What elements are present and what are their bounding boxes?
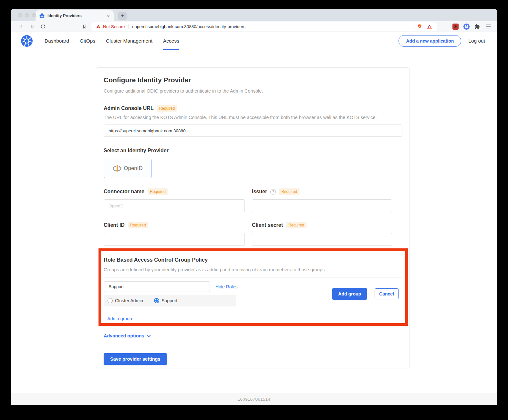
- advanced-options-link[interactable]: Advanced options: [104, 333, 144, 338]
- issuer-input[interactable]: [252, 199, 392, 212]
- nav-item-access[interactable]: Access: [163, 32, 179, 50]
- openid-logo-icon: [112, 165, 121, 173]
- required-badge: Required: [286, 222, 306, 228]
- group-editor: Hide Roles Cluster Admin Support: [104, 281, 402, 306]
- tab-strip: Identity Providers × +: [11, 9, 497, 21]
- help-icon[interactable]: ?: [270, 189, 276, 195]
- required-badge: Required: [279, 188, 299, 195]
- tab-close-button[interactable]: ×: [107, 13, 110, 19]
- connector-name-label: Connector name: [104, 189, 144, 195]
- reload-button[interactable]: [39, 23, 47, 30]
- openid-label: OpenID: [124, 165, 143, 172]
- client-id-label: Client ID: [104, 222, 125, 228]
- radio-option-support[interactable]: Support: [154, 298, 177, 303]
- browser-window: Identity Providers × +: [11, 9, 497, 405]
- group-name-input[interactable]: [104, 281, 210, 292]
- bug-glyph-icon: [454, 25, 458, 28]
- cancel-button[interactable]: Cancel: [375, 288, 399, 299]
- connector-name-input[interactable]: [104, 199, 245, 212]
- not-secure-label: Not Secure: [103, 24, 125, 29]
- identity-provider-card: Configure Identity Provider Configure ad…: [96, 67, 410, 368]
- traffic-lights: [18, 13, 36, 17]
- close-window-button[interactable]: [18, 13, 22, 17]
- divider: [104, 277, 402, 277]
- radio-unselected-icon: [108, 298, 113, 303]
- address-bar[interactable]: Not Secure superci.somebigbank.com:30880…: [91, 22, 437, 31]
- kubernetes-logo-icon[interactable]: [21, 35, 33, 47]
- url-host: superci.somebigbank.com: [132, 24, 183, 29]
- new-tab-button[interactable]: +: [118, 12, 127, 20]
- brave-shield-icon[interactable]: [417, 24, 422, 30]
- radio-label-support: Support: [161, 298, 177, 303]
- save-provider-settings-button[interactable]: Save provider settings: [104, 353, 167, 365]
- page-subtitle: Configure additional ODIC providers to a…: [104, 88, 402, 94]
- divider: [413, 24, 413, 29]
- divider: [129, 24, 129, 29]
- url-path: :30880/access/identity-providers: [183, 24, 245, 29]
- reload-icon: [40, 24, 46, 29]
- radio-selected-icon: [154, 298, 159, 303]
- rbac-subtitle: Groups are defined by your identity prov…: [104, 267, 402, 272]
- required-badge: Required: [128, 222, 148, 228]
- browser-menu-button[interactable]: [486, 25, 491, 28]
- url-text: superci.somebigbank.com:30880/access/ide…: [132, 24, 245, 29]
- page-title: Configure Identity Provider: [104, 76, 402, 84]
- nav-item-cluster-management[interactable]: Cluster Management: [106, 32, 152, 50]
- client-secret-label: Client secret: [252, 222, 283, 228]
- client-id-input[interactable]: [104, 233, 245, 246]
- bat-rewards-icon[interactable]: [427, 24, 432, 29]
- main-content: Configure Identity Provider Configure ad…: [11, 67, 497, 368]
- add-a-group-link[interactable]: + Add a group: [104, 316, 132, 321]
- admin-console-url-label: Admin Console URL: [104, 105, 154, 111]
- back-button[interactable]: [17, 23, 25, 30]
- select-provider-label: Select an Identity Provider: [104, 148, 402, 154]
- admin-console-url-input[interactable]: [104, 125, 402, 137]
- openid-provider-tile[interactable]: OpenID: [104, 159, 151, 178]
- back-icon: [19, 24, 24, 29]
- minimize-window-button[interactable]: [25, 13, 29, 17]
- browser-toolbar: Not Secure superci.somebigbank.com:30880…: [11, 21, 497, 32]
- radio-option-cluster-admin[interactable]: Cluster Admin: [108, 298, 143, 303]
- extension-icon-red[interactable]: [452, 24, 459, 30]
- bookmark-icon: [82, 24, 87, 29]
- nav-item-gitops[interactable]: GitOps: [80, 32, 95, 50]
- bookmark-button[interactable]: [82, 24, 87, 29]
- extensions-puzzle-icon[interactable]: [474, 24, 480, 29]
- browser-tab[interactable]: Identity Providers ×: [36, 10, 114, 21]
- zoom-window-button[interactable]: [32, 13, 36, 17]
- kubernetes-favicon-icon: [39, 13, 45, 18]
- footer-bar: 1609167061514: [11, 393, 497, 405]
- warning-triangle-icon: [96, 24, 101, 29]
- tab-title: Identity Providers: [47, 14, 104, 18]
- footer-timestamp: 1609167061514: [238, 397, 271, 402]
- add-application-button[interactable]: Add a new application: [399, 35, 461, 47]
- app-navbar: Dashboard GitOps Cluster Management Acce…: [11, 32, 497, 50]
- nav-links: Dashboard GitOps Cluster Management Acce…: [45, 32, 179, 50]
- required-badge: Required: [148, 188, 168, 195]
- issuer-label: Issuer: [252, 189, 267, 195]
- required-badge: Required: [157, 105, 177, 112]
- admin-console-url-help: The URL for accessing the KOTS Admin Con…: [104, 115, 402, 120]
- roles-panel: Cluster Admin Support: [104, 295, 236, 306]
- extension-icon-m[interactable]: M: [463, 24, 470, 30]
- logout-link[interactable]: Log out: [468, 38, 485, 44]
- rbac-title: Role Based Access Control Group Policy: [104, 257, 402, 263]
- nav-item-dashboard[interactable]: Dashboard: [45, 32, 69, 50]
- radio-label-cluster-admin: Cluster Admin: [115, 298, 143, 303]
- chevron-down-icon: [147, 335, 151, 337]
- forward-button[interactable]: [28, 23, 36, 30]
- client-secret-input[interactable]: [252, 233, 392, 246]
- rbac-section: Role Based Access Control Group Policy G…: [104, 257, 402, 322]
- add-group-button[interactable]: Add group: [332, 288, 367, 300]
- forward-icon: [30, 24, 35, 29]
- hide-roles-link[interactable]: Hide Roles: [215, 284, 237, 289]
